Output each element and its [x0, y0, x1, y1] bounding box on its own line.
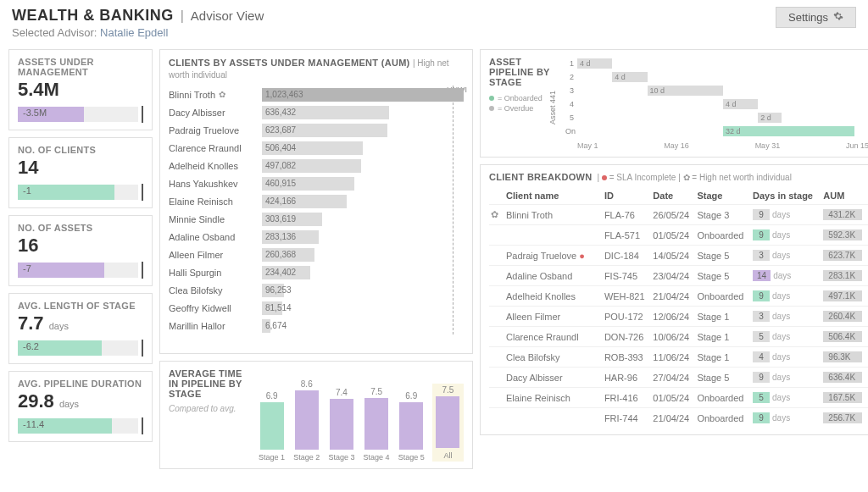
- aum-bar: 460,915: [262, 177, 354, 191]
- cell-date: 01/05/24: [651, 388, 695, 408]
- table-row[interactable]: Elaine Reinisch FRI-416 01/05/24 Onboard…: [489, 388, 868, 408]
- breakdown-col-header[interactable]: Client name: [504, 187, 603, 205]
- legend-dot-icon: [489, 96, 494, 101]
- cell-date: 21/04/24: [651, 286, 695, 307]
- aum-bar: 303,619: [262, 213, 322, 226]
- avg-time-value: 7.5: [442, 385, 453, 395]
- avg-time-card: AVERAGE TIME IN PIPELINE BY STAGE Compar…: [159, 361, 473, 469]
- aum-client-name: Geoffry Kidwell: [169, 303, 262, 313]
- aum-bar-list: HNWI Blinni Troth ✿ 1,023,463 Dacy Albis…: [169, 86, 464, 334]
- view-subtitle: Advisor View: [191, 8, 264, 23]
- title-divider: |: [181, 8, 184, 24]
- settings-button[interactable]: Settings: [776, 7, 856, 28]
- gantt-bar: 32 d: [723, 126, 854, 136]
- gantt-row[interactable]: 5 2 d: [565, 111, 868, 124]
- aum-row[interactable]: Marillin Hallor 6,674: [169, 317, 464, 334]
- cell-date: 27/04/24: [651, 368, 695, 388]
- table-row[interactable]: ✿ Blinni Troth FLA-76 26/05/24 Stage 3 9…: [489, 205, 868, 225]
- breakdown-col-header[interactable]: ID: [603, 187, 651, 205]
- avg-time-bar[interactable]: 7.5 All: [432, 384, 464, 462]
- aum-bar: 81,514: [262, 301, 282, 315]
- cell-date: 23/04/24: [651, 266, 695, 286]
- gantt-x-tick: Jun 15: [846, 141, 868, 150]
- breakdown-col-header[interactable]: AUM: [821, 187, 868, 205]
- table-row[interactable]: Clea Bilofsky ROB-393 11/06/24 Stage 1 4…: [489, 347, 868, 368]
- aum-row[interactable]: Halli Spurgin 234,402: [169, 263, 464, 281]
- gantt-row[interactable]: 4 4 d: [565, 97, 868, 111]
- legend-item: = Onboarded: [489, 94, 557, 102]
- kpi-card[interactable]: NO. OF CLIENTS 14 -1: [8, 137, 153, 208]
- table-row[interactable]: Dacy Albisser HAR-96 27/04/24 Stage 5 9d…: [489, 368, 868, 388]
- avg-time-bar[interactable]: 7.5 Stage 4: [363, 387, 391, 462]
- table-row[interactable]: FLA-571 01/05/24 Onboarded 9days 592.3K: [489, 225, 868, 246]
- aum-row[interactable]: Blinni Troth ✿ 1,023,463: [169, 86, 464, 103]
- cell-days: 5days: [751, 327, 821, 347]
- breakdown-col-header[interactable]: Date: [651, 187, 695, 205]
- aum-row[interactable]: Adaline Osband 283,136: [169, 228, 464, 246]
- avg-time-bar[interactable]: 8.6 Stage 2: [292, 379, 320, 462]
- aum-client-name: Adaline Osband: [169, 232, 262, 242]
- cell-stage: Onboarded: [695, 388, 751, 408]
- gantt-row[interactable]: On 32 d: [565, 124, 868, 138]
- aum-row[interactable]: Elaine Reinisch 424,166: [169, 192, 464, 210]
- aum-row[interactable]: Geoffry Kidwell 81,514: [169, 299, 464, 317]
- table-row[interactable]: Adelheid Knolles WEH-821 21/04/24 Onboar…: [489, 286, 868, 307]
- cell-id: POU-172: [603, 307, 651, 327]
- cell-stage: Stage 5: [695, 368, 751, 388]
- advisor-name[interactable]: Natalie Epdell: [100, 26, 168, 39]
- gantt-x-tick: May 16: [664, 141, 689, 150]
- kpi-label: ASSETS UNDER MANAGEMENT: [18, 57, 143, 77]
- cell-client-name: Padraig Truelove ●: [504, 246, 603, 266]
- aum-row[interactable]: Hans Yakushkev 460,915: [169, 174, 464, 192]
- table-row[interactable]: FRI-744 21/04/24 Onboarded 9days 256.7K: [489, 408, 868, 428]
- aum-value: 623,687: [262, 125, 296, 135]
- table-row[interactable]: Padraig Truelove ● DIC-184 14/05/24 Stag…: [489, 246, 868, 266]
- aum-bar: 636,432: [262, 106, 389, 119]
- gantt-row[interactable]: 2 4 d: [565, 70, 868, 84]
- gantt-y-label: 4: [565, 100, 574, 108]
- aum-row[interactable]: Minnie Sindle 303,619: [169, 210, 464, 228]
- settings-label: Settings: [788, 11, 828, 24]
- breakdown-header-row: Client nameIDDateStageDays in stageAUM: [489, 187, 868, 205]
- aum-row[interactable]: Padraig Truelove 623,687: [169, 121, 464, 139]
- pipeline-title: ASSET PIPELINE BY STAGE: [489, 57, 557, 87]
- gear-icon: [833, 11, 843, 24]
- aum-row[interactable]: Clarence Rraundl 506,404: [169, 139, 464, 157]
- breakdown-col-header[interactable]: Days in stage: [751, 187, 821, 205]
- kpi-card[interactable]: NO. OF ASSETS 16 -7: [8, 215, 153, 286]
- aum-client-name: Minnie Sindle: [169, 214, 262, 224]
- gantt-bar: 10 d: [648, 86, 723, 96]
- kpi-label: AVG. LENGTH OF STAGE: [18, 301, 143, 311]
- table-row[interactable]: Adaline Osband FIS-745 23/04/24 Stage 5 …: [489, 266, 868, 286]
- cell-aum: 96.3K: [821, 347, 868, 368]
- aum-row[interactable]: Clea Bilofsky 96,253: [169, 281, 464, 299]
- avg-time-bar-fill: [364, 398, 388, 450]
- kpi-card[interactable]: AVG. LENGTH OF STAGE 7.7 days -6.2: [8, 293, 153, 364]
- gantt-bar: 4 d: [577, 58, 612, 69]
- aum-bar: 96,253: [262, 284, 284, 297]
- avg-time-bar[interactable]: 6.9 Stage 1: [258, 391, 286, 462]
- gantt-bar: 2 d: [758, 113, 782, 123]
- cell-aum: 256.7K: [821, 408, 868, 428]
- cell-date: 11/06/24: [651, 347, 695, 368]
- cell-id: DON-726: [603, 327, 651, 347]
- cell-days: 4days: [751, 347, 821, 368]
- table-row[interactable]: Alleen Filmer POU-172 12/06/24 Stage 1 3…: [489, 307, 868, 327]
- aum-client-name: Blinni Troth ✿: [169, 90, 262, 100]
- aum-row[interactable]: Dacy Albisser 636,432: [169, 103, 464, 121]
- cell-client-name: Elaine Reinisch: [504, 388, 603, 408]
- cell-stage: Onboarded: [695, 225, 751, 246]
- gantt-row[interactable]: 3 10 d: [565, 84, 868, 97]
- header: WEALTH & BANKING | Advisor View Selected…: [0, 0, 868, 42]
- avg-time-bar[interactable]: 6.9 Stage 5: [398, 391, 426, 462]
- aum-value: 260,368: [262, 250, 296, 259]
- cell-stage: Onboarded: [695, 408, 751, 428]
- table-row[interactable]: Clarence Rraundl DON-726 10/06/24 Stage …: [489, 327, 868, 347]
- gantt-row[interactable]: 1 4 d: [565, 57, 868, 70]
- aum-row[interactable]: Alleen Filmer 260,368: [169, 246, 464, 263]
- kpi-card[interactable]: AVG. PIPELINE DURATION 29.8 days -11.4: [8, 371, 153, 442]
- aum-row[interactable]: Adelheid Knolles 497,082: [169, 157, 464, 174]
- kpi-card[interactable]: ASSETS UNDER MANAGEMENT 5.4M -3.5M: [8, 49, 153, 130]
- breakdown-col-header[interactable]: Stage: [695, 187, 751, 205]
- avg-time-bar[interactable]: 7.4 Stage 3: [327, 388, 355, 462]
